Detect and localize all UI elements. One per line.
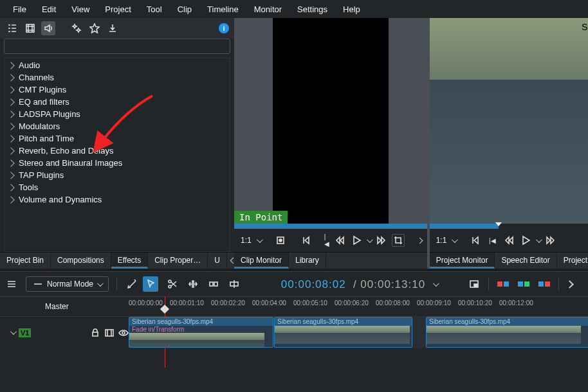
tree-item-ladspa[interactable]: LADSPA Plugins: [5, 108, 230, 120]
info-icon[interactable]: i: [219, 23, 229, 33]
flag-2-icon[interactable]: [517, 278, 530, 290]
track-expand-icon[interactable]: [10, 328, 17, 335]
timeline-clip[interactable]: Siberian seagulls-30fps.mp4Fade in/Trans…: [129, 317, 273, 348]
menu-timeline[interactable]: Timeline: [199, 1, 246, 18]
play-2-icon[interactable]: [519, 234, 532, 247]
zoom-ratio[interactable]: 1:1: [239, 236, 253, 245]
star-icon[interactable]: [87, 21, 102, 35]
magic-wand-icon[interactable]: [125, 276, 140, 292]
hamburger-icon[interactable]: [5, 278, 18, 290]
pointer-tool-icon[interactable]: [143, 276, 158, 292]
film-track-icon[interactable]: [104, 328, 115, 338]
menu-clip[interactable]: Clip: [170, 1, 199, 18]
zoom-dropdown-2-icon[interactable]: [452, 236, 458, 243]
audio-icon[interactable]: [41, 21, 55, 35]
mode-select[interactable]: Normal Mode: [26, 276, 109, 292]
rewind-start-icon[interactable]: [300, 234, 313, 247]
star-sparkle-icon[interactable]: [69, 21, 84, 35]
tree-view-icon[interactable]: [5, 21, 19, 35]
menu-project[interactable]: Project: [97, 1, 138, 18]
ruler-tick: 00:00:02:20: [211, 299, 245, 307]
effects-search-input[interactable]: [4, 39, 230, 54]
menu-edit[interactable]: Edit: [34, 1, 64, 18]
tab-u[interactable]: U: [208, 253, 227, 269]
eye-icon[interactable]: [118, 328, 129, 338]
scissors-icon[interactable]: [166, 278, 179, 290]
tree-item-modulators[interactable]: Modulators: [5, 120, 230, 132]
left-panel-tabs: Project Bin Compositions Effects Clip Pr…: [0, 252, 234, 269]
menu-file[interactable]: File: [5, 1, 34, 18]
step-back-2-icon[interactable]: |◀: [486, 234, 499, 247]
menu-settings[interactable]: Settings: [289, 1, 335, 18]
tab-project-monitor[interactable]: Project Monitor: [430, 253, 495, 269]
tab-library[interactable]: Library: [289, 253, 326, 269]
tree-item-reverb[interactable]: Reverb, Echo and Delays: [5, 145, 230, 157]
next-icon[interactable]: [416, 237, 423, 244]
timeline-ruler[interactable]: 00:00:00:0000:00:01:1000:00:02:2000:00:0…: [129, 297, 588, 316]
project-monitor-controls: 1:1 |◀: [430, 229, 588, 252]
track-head-v1[interactable]: V1: [0, 317, 129, 348]
tab-project-bin[interactable]: Project Bin: [0, 253, 51, 269]
timeline-clip[interactable]: Siberian seagulls-30fps.mp4: [274, 317, 412, 348]
tab-compositions[interactable]: Compositions: [51, 253, 111, 269]
play-dropdown-icon[interactable]: [367, 236, 373, 243]
clip-monitor-frame[interactable]: In Point: [234, 18, 427, 224]
overwrite-icon[interactable]: [228, 278, 241, 290]
tree-item-pitch[interactable]: Pitch and Time: [5, 132, 230, 145]
lock-icon[interactable]: [90, 328, 100, 338]
timeline-clip[interactable]: Siberian seagulls-30fps.mp4: [426, 317, 588, 348]
tree-item-volume[interactable]: Volume and Dynamics: [5, 193, 230, 206]
timecode-display[interactable]: 00:00:08:02 / 00:00:13:10: [281, 278, 425, 291]
svg-point-12: [122, 332, 125, 334]
tree-item-tap[interactable]: TAP Plugins: [5, 169, 230, 181]
svg-point-4: [169, 285, 171, 288]
forward-2-icon[interactable]: [544, 234, 557, 247]
menu-tool[interactable]: Tool: [139, 1, 170, 18]
tab-clip-properties[interactable]: Clip Proper…: [148, 253, 208, 269]
play-dropdown-2-icon[interactable]: [536, 236, 542, 243]
tree-item-tools[interactable]: Tools: [5, 181, 230, 193]
flag-1-icon[interactable]: [497, 278, 510, 290]
flag-3-icon[interactable]: [538, 278, 551, 290]
timecode-dropdown-icon[interactable]: [433, 280, 439, 287]
frame-text-overlay: Sibe: [582, 22, 588, 32]
project-scrub[interactable]: [430, 224, 588, 229]
insert-icon[interactable]: [207, 278, 220, 290]
track-v1: V1 Siberian seagulls-30fps.mp4Fade in/Tr…: [0, 316, 588, 348]
tree-item-channels[interactable]: Channels: [5, 71, 230, 84]
zoom-dropdown-icon[interactable]: [257, 236, 263, 243]
ruler-tick: 00:00:12:00: [499, 299, 533, 307]
toolbar-more-icon[interactable]: [566, 280, 574, 289]
step-back-icon[interactable]: |◀: [317, 234, 329, 247]
tree-item-stereo[interactable]: Stereo and Binaural Images: [5, 157, 230, 169]
tab-effects[interactable]: Effects: [111, 253, 148, 269]
zoom-ratio-2[interactable]: 1:1: [435, 236, 448, 245]
pip-icon[interactable]: [468, 278, 481, 290]
tab-speech-editor[interactable]: Speech Editor: [495, 253, 556, 269]
tab-clip-monitor[interactable]: Clip Monitor: [234, 253, 289, 269]
forward-icon[interactable]: [375, 234, 388, 247]
rewind-icon[interactable]: [333, 234, 346, 247]
menu-help[interactable]: Help: [335, 1, 368, 18]
set-in-icon[interactable]: [274, 234, 287, 247]
tab-project-notes[interactable]: Project N: [557, 253, 588, 269]
spacer-icon[interactable]: [187, 278, 199, 290]
play-icon[interactable]: [350, 234, 363, 247]
track-badge-v1[interactable]: V1: [19, 328, 31, 337]
tree-item-cmt[interactable]: CMT Plugins: [5, 84, 230, 96]
tree-item-audio[interactable]: Audio: [5, 59, 230, 71]
project-monitor-frame[interactable]: Sibe: [430, 18, 588, 224]
film-icon[interactable]: [23, 21, 37, 35]
tree-item-eq[interactable]: EQ and filters: [5, 96, 230, 108]
download-icon[interactable]: [106, 21, 120, 35]
rewind-2-icon[interactable]: [502, 234, 515, 247]
clip-monitor-controls: 1:1 |◀: [234, 229, 427, 252]
menubar: File Edit View Project Tool Clip Timelin…: [0, 0, 588, 18]
svg-point-3: [169, 280, 171, 283]
rewind-start-2-icon[interactable]: [469, 234, 482, 247]
clip-scrub[interactable]: [234, 224, 427, 229]
menu-view[interactable]: View: [64, 1, 97, 18]
menu-monitor[interactable]: Monitor: [246, 1, 289, 18]
crop-icon[interactable]: [392, 234, 405, 247]
track-content-v1[interactable]: Siberian seagulls-30fps.mp4Fade in/Trans…: [129, 317, 588, 348]
